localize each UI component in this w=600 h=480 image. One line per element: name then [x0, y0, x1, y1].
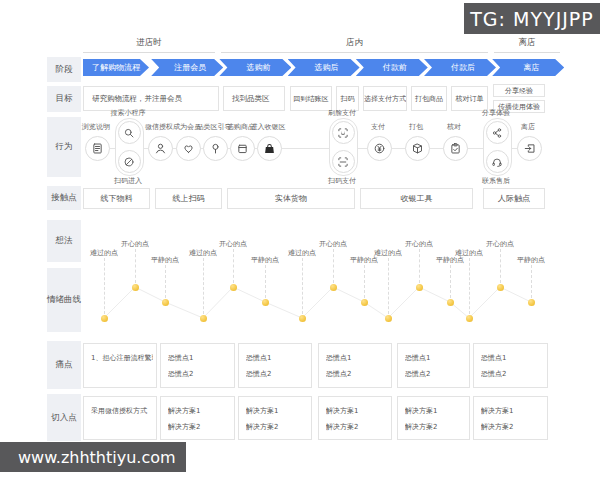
behavior-label: 分享体验	[482, 108, 510, 118]
behavior-node[interactable]	[443, 136, 468, 161]
journey-map: TG: MYYJJPP 进店时店内离店阶段目标行为接触点想法情绪曲线痛点切入点了…	[0, 0, 600, 480]
behavior-label: 离店	[521, 122, 535, 132]
behavior-node[interactable]	[85, 136, 110, 161]
behavior-label: 进入收银区	[251, 122, 286, 132]
behavior-node[interactable]	[230, 136, 255, 161]
behavior-label: 联系售后	[482, 176, 510, 186]
emotion-dot[interactable]	[528, 299, 535, 306]
watermark-website-badge: www.zhhthtiyu.com	[0, 442, 186, 472]
emotion-dot[interactable]	[466, 315, 473, 322]
watermark-telegram-badge: TG: MYYJJPP	[464, 3, 600, 34]
behavior-label: 支付	[371, 122, 385, 132]
package-icon	[411, 142, 424, 155]
emotion-dot[interactable]	[200, 315, 207, 322]
search-icon	[123, 127, 135, 139]
emotion-dot[interactable]	[262, 299, 269, 306]
headset-icon	[491, 156, 503, 168]
emotion-curve-line	[0, 0, 600, 480]
emotion-dot[interactable]	[416, 284, 423, 291]
behavior-label: 打包	[409, 122, 423, 132]
shopping-bag-icon	[263, 142, 276, 155]
behavior-label: 刷脸支付	[328, 108, 356, 118]
emotion-dot[interactable]	[447, 299, 454, 306]
behavior-node[interactable]	[176, 136, 201, 161]
exit-icon	[523, 142, 536, 155]
emotion-dot[interactable]	[299, 315, 306, 322]
behavior-node[interactable]	[257, 136, 282, 161]
behavior-node[interactable]	[486, 121, 509, 144]
behavior-node[interactable]	[203, 136, 228, 161]
emotion-dot[interactable]	[101, 315, 108, 322]
pin-icon	[209, 142, 222, 155]
emotion-dot[interactable]	[361, 299, 368, 306]
behavior-label: 核对	[447, 122, 461, 132]
behavior-node[interactable]	[486, 150, 509, 173]
behavior-node[interactable]	[332, 150, 355, 173]
emotion-dot[interactable]	[497, 284, 504, 291]
behavior-node[interactable]	[148, 136, 173, 161]
goods-box-icon	[236, 142, 249, 155]
face-scan-icon	[337, 127, 349, 139]
coin-icon	[373, 142, 386, 155]
behavior-label: 搜索小程序	[111, 108, 146, 118]
emotion-dot[interactable]	[230, 284, 237, 291]
document-icon	[91, 142, 104, 155]
emotion-dot[interactable]	[162, 299, 169, 306]
behavior-label: 微信授权	[145, 122, 173, 132]
behavior-label: 扫码支付	[328, 176, 356, 186]
scan-circle-icon	[123, 156, 135, 168]
behavior-node[interactable]	[118, 150, 141, 173]
behavior-node[interactable]	[367, 136, 392, 161]
emotion-dot[interactable]	[132, 284, 139, 291]
behavior-label: 浏览说明	[82, 122, 110, 132]
heart-icon	[182, 142, 195, 155]
behavior-node[interactable]	[118, 121, 141, 144]
behavior-node[interactable]	[405, 136, 430, 161]
emotion-dot[interactable]	[385, 315, 392, 322]
behavior-node[interactable]	[332, 121, 355, 144]
behavior-node[interactable]	[517, 136, 542, 161]
emotion-dot[interactable]	[330, 284, 337, 291]
qr-scan-icon	[337, 156, 349, 168]
behavior-label: 扫码进入	[114, 176, 142, 186]
user-icon	[154, 142, 167, 155]
clipboard-icon	[449, 142, 462, 155]
share-icon	[491, 127, 503, 139]
